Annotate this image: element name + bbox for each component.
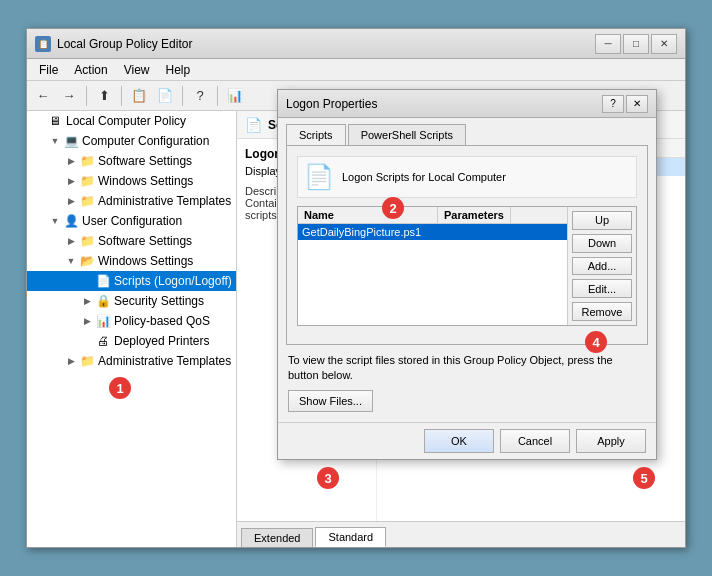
maximize-button[interactable]: □ — [623, 34, 649, 54]
tree-item-computer-config[interactable]: ▼ 💻 Computer Configuration — [27, 131, 236, 151]
folder-icon: 📁 — [79, 173, 95, 189]
tree-item-scripts-logon[interactable]: 📄 Scripts (Logon/Logoff) — [27, 271, 236, 291]
expand-icon: ▼ — [63, 253, 79, 269]
expand-icon: ▼ — [47, 213, 63, 229]
tree-item-windows-settings-uc[interactable]: ▼ 📂 Windows Settings — [27, 251, 236, 271]
window-controls: ─ □ ✕ — [595, 34, 677, 54]
app-icon: 📋 — [35, 36, 51, 52]
tree-item-local-policy[interactable]: 🖥 Local Computer Policy — [27, 111, 236, 131]
main-window: 📋 Local Group Policy Editor ─ □ ✕ File A… — [26, 28, 686, 548]
forward-button[interactable]: → — [57, 84, 81, 108]
dialog-help-button[interactable]: ? — [602, 95, 624, 113]
tree-label: Administrative Templates — [95, 354, 231, 368]
tree-label: Software Settings — [95, 154, 192, 168]
folder-icon: 📁 — [79, 153, 95, 169]
user-icon: 👤 — [63, 213, 79, 229]
dialog-tabs: Scripts PowerShell Scripts — [278, 118, 656, 145]
script-header-icon: 📄 — [304, 163, 334, 191]
script-side-buttons: Up Down Add... Edit... Remove — [567, 207, 636, 325]
bottom-tabs: Extended Standard — [237, 521, 685, 547]
tree-label: Scripts (Logon/Logoff) — [111, 274, 232, 288]
expand-icon: ▼ — [47, 133, 63, 149]
tree-item-admin-templates-uc[interactable]: ▶ 📁 Administrative Templates — [27, 351, 236, 371]
folder-icon: 📁 — [79, 193, 95, 209]
back-button[interactable]: ← — [31, 84, 55, 108]
remove-button[interactable]: Remove — [572, 302, 632, 321]
copy-button[interactable]: 📋 — [127, 84, 151, 108]
expand-icon — [79, 273, 95, 289]
tree-item-user-config[interactable]: ▼ 👤 User Configuration — [27, 211, 236, 231]
toolbar-sep-1 — [86, 86, 87, 106]
script-header-text: Logon Scripts for Local Computer — [342, 171, 506, 183]
tree-item-software-settings-cc[interactable]: ▶ 📁 Software Settings — [27, 151, 236, 171]
menu-view[interactable]: View — [116, 61, 158, 79]
menu-action[interactable]: Action — [66, 61, 115, 79]
script-icon: 📄 — [95, 273, 111, 289]
computer-icon: 💻 — [63, 133, 79, 149]
dialog-tab-scripts[interactable]: Scripts — [286, 124, 346, 145]
script-list-container: Name Parameters GetDailyBingPicture.ps1 … — [297, 206, 637, 326]
security-icon: 🔒 — [95, 293, 111, 309]
tree-item-policy-qos[interactable]: ▶ 📊 Policy-based QoS — [27, 311, 236, 331]
menu-help[interactable]: Help — [158, 61, 199, 79]
tree-panel: 🖥 Local Computer Policy ▼ 💻 Computer Con… — [27, 111, 237, 547]
tab-extended[interactable]: Extended — [241, 528, 313, 547]
close-button[interactable]: ✕ — [651, 34, 677, 54]
footer-text: To view the script files stored in this … — [288, 353, 646, 384]
toolbar-sep-2 — [121, 86, 122, 106]
printer-icon: 🖨 — [95, 333, 111, 349]
tree-label: Windows Settings — [95, 254, 193, 268]
menu-file[interactable]: File — [31, 61, 66, 79]
script-list-row[interactable]: GetDailyBingPicture.ps1 — [298, 224, 567, 240]
expand-icon — [31, 113, 47, 129]
qos-icon: 📊 — [95, 313, 111, 329]
tree-label: Policy-based QoS — [111, 314, 210, 328]
minimize-button[interactable]: ─ — [595, 34, 621, 54]
menu-bar: File Action View Help — [27, 59, 685, 81]
expand-icon — [79, 333, 95, 349]
dialog-close-button[interactable]: ✕ — [626, 95, 648, 113]
apply-button[interactable]: Apply — [576, 429, 646, 453]
toolbar-sep-3 — [182, 86, 183, 106]
tree-label: Deployed Printers — [111, 334, 209, 348]
expand-icon: ▶ — [63, 193, 79, 209]
tree-label: Administrative Templates — [95, 194, 231, 208]
script-name: GetDailyBingPicture.ps1 — [302, 226, 421, 238]
expand-icon: ▶ — [63, 173, 79, 189]
folder-icon: 🖥 — [47, 113, 63, 129]
up-button[interactable]: ⬆ — [92, 84, 116, 108]
dialog-title-bar: Logon Properties ? ✕ — [278, 90, 656, 118]
ok-button[interactable]: OK — [424, 429, 494, 453]
script-list: Name Parameters GetDailyBingPicture.ps1 — [298, 207, 567, 325]
header-icon: 📄 — [245, 117, 262, 133]
add-button[interactable]: Add... — [572, 257, 632, 276]
tree-item-admin-templates-cc[interactable]: ▶ 📁 Administrative Templates — [27, 191, 236, 211]
tree-item-deployed-printers[interactable]: 🖨 Deployed Printers — [27, 331, 236, 351]
tab-standard[interactable]: Standard — [315, 527, 386, 547]
tree-item-windows-settings-cc[interactable]: ▶ 📁 Windows Settings — [27, 171, 236, 191]
dialog-title-text: Logon Properties — [286, 97, 600, 111]
tree-item-security-settings[interactable]: ▶ 🔒 Security Settings — [27, 291, 236, 311]
folder-open-icon: 📂 — [79, 253, 95, 269]
tree-item-software-settings-uc[interactable]: ▶ 📁 Software Settings — [27, 231, 236, 251]
cancel-button[interactable]: Cancel — [500, 429, 570, 453]
script-list-header: Name Parameters — [298, 207, 567, 224]
tree-label: Local Computer Policy — [63, 114, 186, 128]
down-button[interactable]: Down — [572, 234, 632, 253]
toolbar-sep-4 — [217, 86, 218, 106]
view-button[interactable]: 📊 — [223, 84, 247, 108]
expand-icon: ▶ — [79, 313, 95, 329]
folder-icon: 📁 — [79, 233, 95, 249]
dialog-tab-powershell[interactable]: PowerShell Scripts — [348, 124, 466, 145]
expand-icon: ▶ — [63, 153, 79, 169]
dialog-body: 📄 Logon Scripts for Local Computer Name … — [286, 145, 648, 345]
up-button[interactable]: Up — [572, 211, 632, 230]
paste-button[interactable]: 📄 — [153, 84, 177, 108]
show-files-button[interactable]: Show Files... — [288, 390, 373, 412]
logon-properties-dialog: Logon Properties ? ✕ Scripts PowerShell … — [277, 89, 657, 460]
help-button[interactable]: ? — [188, 84, 212, 108]
edit-button[interactable]: Edit... — [572, 279, 632, 298]
folder-icon: 📁 — [79, 353, 95, 369]
expand-icon: ▶ — [63, 353, 79, 369]
expand-icon: ▶ — [79, 293, 95, 309]
